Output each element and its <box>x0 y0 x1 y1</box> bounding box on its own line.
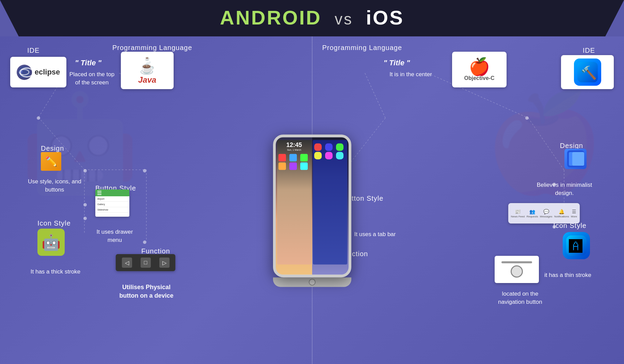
rdot-1 <box>525 116 529 120</box>
ios-icon-style-desc: it has a thin stroke <box>535 271 600 279</box>
android-title-quote: " Title " <box>75 59 101 67</box>
android-button-style-desc: It uses drawer menu <box>89 228 140 244</box>
ios-section: Programming Language 🍎 Objective-C " Tit… <box>312 36 624 364</box>
phone-time: 12:45 <box>277 140 311 149</box>
android-design-icon: ✏️ <box>41 152 61 171</box>
ios-design-desc: Believes in minimalist design. <box>532 181 597 197</box>
eclipse-ide-box: eclipse <box>10 57 66 87</box>
android-func-box: ◁ □ ▷ <box>116 254 175 271</box>
ios-icon-svg: 🅰 <box>566 235 587 256</box>
android-function-desc: Utilises Physical button on a device <box>112 283 180 300</box>
tab-more: ☰ More <box>571 209 577 218</box>
android-design-box: ✏️ <box>41 152 61 171</box>
eclipse-inner: eclipse <box>17 65 60 80</box>
ios-button-style-desc: It uses a tab bar <box>345 230 406 238</box>
ios-title-desc: It is in the center <box>384 70 438 79</box>
ios-icon-style-label: Icon Style <box>553 222 587 230</box>
tab-newsfeed: 📰 News Feed <box>511 209 525 218</box>
header-banner: ANDROID vs iOS <box>0 0 624 36</box>
ios-app-4 <box>314 152 322 159</box>
android-icon-style-label: Icon Style <box>37 219 71 227</box>
more-label: More <box>571 215 577 218</box>
android-title-text: ANDROID <box>220 6 322 29</box>
appstore-icon: 🔨 <box>574 59 601 86</box>
app-3 <box>300 154 308 161</box>
apple-objc-box: 🍎 Objective-C <box>452 52 507 87</box>
phone-date: Sun, 1 March <box>277 149 311 151</box>
objc-label: Objective-C <box>464 75 495 81</box>
requests-icon: 👥 <box>529 209 535 214</box>
newsfeed-label: News Feed <box>511 215 525 218</box>
java-cup-icon: ☕ <box>140 61 155 75</box>
messages-label: Messages <box>540 215 552 218</box>
ios-app-3 <box>336 143 343 151</box>
eclipse-label: eclipse <box>35 68 60 77</box>
android-app-grid <box>277 152 311 171</box>
java-label: Java <box>138 75 156 85</box>
dot-1 <box>37 116 40 120</box>
nav-recents-button: ▷ <box>159 258 170 268</box>
java-lang-box: ☕ ☕ Java <box>121 52 174 89</box>
ios-app-icon: 🅰 <box>563 232 590 259</box>
rdot-3 <box>553 183 556 186</box>
ios-home-circle <box>511 265 523 278</box>
main-content: 🤖 🍎 IDE eclipse Programming Language <box>0 36 624 364</box>
vs-text: vs <box>335 10 353 28</box>
android-design-desc: Use style, icons, and buttons <box>25 178 84 194</box>
ios-icon-box: 🅰 <box>563 232 590 259</box>
ios-title-quote: " Title " <box>384 59 410 67</box>
ios-app-5 <box>325 152 333 159</box>
notifications-label: Notifications <box>554 215 569 218</box>
svg-text:🅰: 🅰 <box>569 239 582 254</box>
rdot-6 <box>553 225 556 229</box>
ios-prog-lang-label: Programming Language <box>322 44 402 52</box>
appstore-ide-box: 🔨 <box>561 55 614 89</box>
nav-back-button: ◁ <box>122 258 132 268</box>
app-2 <box>289 154 297 161</box>
svg-line-20 <box>528 118 564 170</box>
drawer-header <box>95 189 129 196</box>
phone-ios-half <box>312 137 349 275</box>
dot-5 <box>83 217 87 220</box>
drawer-item-1: Airport <box>95 196 129 202</box>
drawer-item-2: Gallery <box>95 202 129 207</box>
ios-design-box <box>564 149 587 169</box>
dot-4 <box>83 203 87 206</box>
app-4 <box>278 162 286 170</box>
android-prog-lang-label: Programming Language <box>112 44 192 52</box>
home-button-physical <box>309 279 316 285</box>
ios-screen <box>313 140 347 264</box>
ios-ide-label: IDE <box>583 47 595 54</box>
dot-2 <box>83 169 87 172</box>
dot-3 <box>143 169 146 172</box>
android-screen: 12:45 Sun, 1 March <box>277 140 311 264</box>
phone-image: 12:45 Sun, 1 March <box>273 134 351 277</box>
android-design-label: Design <box>41 145 64 152</box>
requests-label: Requests <box>527 215 538 218</box>
ios-title-text: iOS <box>366 6 404 29</box>
tab-messages: 💬 Messages <box>540 209 552 218</box>
appstore-svg: 🔨 <box>577 62 598 82</box>
ios-func-box <box>495 256 539 283</box>
ios-app-1 <box>314 143 322 151</box>
nav-home-button: □ <box>141 258 151 268</box>
ios-app-2 <box>325 143 333 151</box>
ios-app-6 <box>336 152 343 159</box>
android-icon-box: 🤖 <box>37 229 65 256</box>
header-title: ANDROID vs iOS <box>0 6 624 29</box>
app-5 <box>289 162 297 170</box>
eclipse-svg <box>17 65 31 79</box>
svg-point-0 <box>18 66 30 78</box>
more-icon: ☰ <box>572 209 576 214</box>
android-icon-style-desc: It has a thick stroke <box>25 268 86 276</box>
newsfeed-icon: 📰 <box>515 209 521 214</box>
ios-design-icon <box>564 149 587 169</box>
drawer-menu-lines <box>97 191 101 195</box>
tab-requests: 👥 Requests <box>527 209 538 218</box>
drawer-item-3: Slideshow <box>95 207 129 213</box>
notifications-icon: 🔔 <box>559 209 564 214</box>
svg-rect-14 <box>572 152 584 166</box>
phone-container: 12:45 Sun, 1 March <box>273 134 351 287</box>
java-steam: ☕ <box>145 56 150 61</box>
tab-notifications: 🔔 Notifications <box>554 209 569 218</box>
